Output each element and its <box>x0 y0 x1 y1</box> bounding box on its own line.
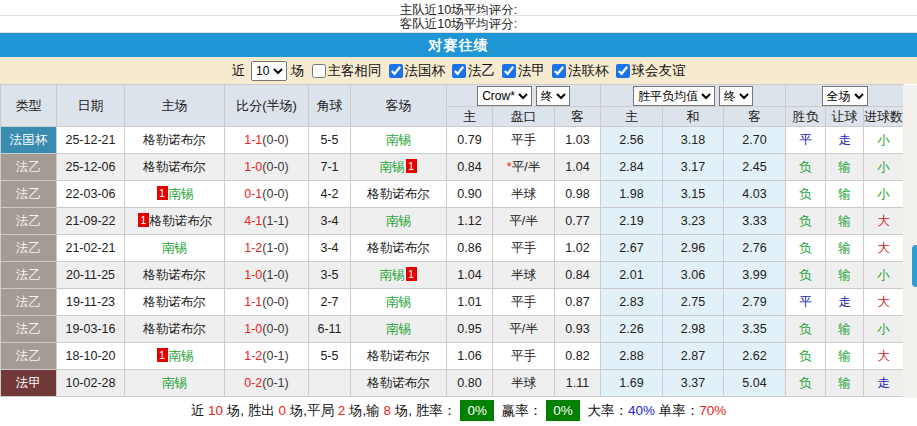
avg-draw-cell: 2.75 <box>663 289 724 316</box>
avg-away-cell: 3.99 <box>724 262 786 289</box>
avg-home-cell: 2.26 <box>601 316 663 343</box>
odds-source-select[interactable]: Crow* <box>477 86 532 106</box>
home-team-cell: 格勒诺布尔 <box>125 127 225 154</box>
table-row: 法乙22-03-061南锡0-1(0-0)4-2格勒诺布尔0.90半球0.981… <box>1 181 904 208</box>
handicap-cell: 平/半 <box>493 208 555 235</box>
odds-home-cell: 1.12 <box>447 208 493 235</box>
match-table-body: 法国杯25-12-21格勒诺布尔1-1(0-0)5-5南锡0.79平手1.032… <box>1 127 904 397</box>
goals-result-cell: 小 <box>864 181 904 208</box>
side-scroll-widget[interactable] <box>912 245 917 287</box>
odds-state-select[interactable]: 终 <box>536 86 570 106</box>
summary-bar: 近 10 场, 胜出 0 场,平局 2 场,输 8 场, 胜率：0% 赢率：0%… <box>0 397 917 425</box>
avg-draw-cell: 3.23 <box>663 208 724 235</box>
team-name: 南锡 <box>380 160 405 174</box>
competition-label: 法国杯 <box>405 62 446 80</box>
corner-cell: 3-5 <box>309 262 351 289</box>
handicap-result-cell: 走 <box>826 289 864 316</box>
goals-result-cell: 大 <box>864 289 904 316</box>
score-cell: 1-2(0-1) <box>225 343 309 370</box>
competition-checkbox-ligue1[interactable] <box>502 64 516 78</box>
competition-label: 法乙 <box>468 62 495 80</box>
avg-type-select[interactable]: 胜平负均值 <box>633 86 715 106</box>
rate-badge: 0% <box>546 400 580 421</box>
avg-draw-cell: 2.96 <box>663 235 724 262</box>
home-team-rating-label: 主队近10场平均评分: <box>0 0 917 16</box>
outcome-cell: 负 <box>786 316 826 343</box>
odds-away-cell: 1.04 <box>555 154 601 181</box>
team-name: 南锡 <box>386 322 411 336</box>
corner-cell: 3-4 <box>309 208 351 235</box>
date-cell: 10-02-28 <box>57 370 125 397</box>
avg-home-cell: 2.19 <box>601 208 663 235</box>
scope-select[interactable]: 全场 <box>822 86 868 106</box>
team-name: 南锡 <box>380 268 405 282</box>
avg-away-cell: 4.03 <box>724 181 786 208</box>
odds-away-cell: 0.87 <box>555 289 601 316</box>
competition-checkbox-ligue2[interactable] <box>452 64 466 78</box>
team-name: 格勒诺布尔 <box>143 160 206 174</box>
table-row: 法乙21-02-21南锡1-2(1-0)3-4格勒诺布尔0.86平手1.022.… <box>1 235 904 262</box>
red-card-badge: 1 <box>157 186 168 200</box>
competition-checkbox-friendly[interactable] <box>616 64 630 78</box>
competition-checkbox-leaguecup[interactable] <box>552 64 566 78</box>
avg-away-cell: 5.04 <box>724 370 786 397</box>
away-team-cell: 格勒诺布尔 <box>351 235 447 262</box>
type-cell: 法乙 <box>1 181 57 208</box>
handicap-cell: 平手 <box>493 343 555 370</box>
col-header-date: 日期 <box>57 85 125 127</box>
table-row: 法乙19-11-23格勒诺布尔1-1(0-0)2-7南锡1.01平手0.872.… <box>1 289 904 316</box>
away-team-cell: 南锡 <box>351 289 447 316</box>
home-team-cell: 南锡 <box>125 370 225 397</box>
match-count-select[interactable]: 10 <box>251 61 287 81</box>
summary-text: 场, 胜率： <box>391 403 456 418</box>
team-name: 格勒诺布尔 <box>367 187 430 201</box>
subcol-odds-away: 客 <box>555 107 601 127</box>
odds-group-header: Crow* 终 <box>447 85 601 107</box>
head-to-head-table: 类型 日期 主场 比分(半场) 角球 客场 Crow* 终 胜平负均值 终 全场 <box>0 84 904 397</box>
outcome-cell: 负 <box>786 370 826 397</box>
home-team-cell: 1南锡 <box>125 343 225 370</box>
avg-state-select[interactable]: 终 <box>719 86 753 106</box>
away-team-rating-label: 客队近10场平均评分: <box>0 16 917 33</box>
team-name: 格勒诺布尔 <box>143 295 206 309</box>
avg-draw-cell: 3.06 <box>663 262 724 289</box>
competition-checkbox-coupe[interactable] <box>389 64 403 78</box>
summary-text: 10 <box>208 403 223 418</box>
summary-text: 40% <box>628 403 655 418</box>
odds-away-cell: 0.98 <box>555 181 601 208</box>
subcol-avg-home: 主 <box>601 107 663 127</box>
odds-home-cell: 1.04 <box>447 262 493 289</box>
col-header-home: 主场 <box>125 85 225 127</box>
date-cell: 21-02-21 <box>57 235 125 262</box>
team-name: 南锡 <box>386 295 411 309</box>
section-title: 对赛往绩 <box>0 33 917 57</box>
summary-text: 8 <box>384 403 392 418</box>
date-cell: 25-12-06 <box>57 154 125 181</box>
same-venue-checkbox[interactable] <box>312 64 326 78</box>
competition-label: 法甲 <box>518 62 545 80</box>
avg-home-cell: 2.67 <box>601 235 663 262</box>
type-cell: 法乙 <box>1 289 57 316</box>
handicap-result-cell: 输 <box>826 181 864 208</box>
red-card-badge: 1 <box>406 159 417 173</box>
avg-away-cell: 3.35 <box>724 316 786 343</box>
matches-label: 场 <box>291 62 305 80</box>
outcome-cell: 平 <box>786 289 826 316</box>
handicap-cell: 半球 <box>493 262 555 289</box>
score-cell: 4-1(1-1) <box>225 208 309 235</box>
team-name: 南锡 <box>386 214 411 228</box>
away-team-cell: 南锡1 <box>351 262 447 289</box>
avg-home-cell: 1.69 <box>601 370 663 397</box>
corner-cell: 4-2 <box>309 181 351 208</box>
corner-cell: 2-7 <box>309 289 351 316</box>
summary-text: 大率： <box>584 403 628 418</box>
avg-home-cell: 2.56 <box>601 127 663 154</box>
red-card-badge: 1 <box>157 348 168 362</box>
subcol-goals: 进球数 <box>864 107 904 127</box>
result-group-header: 全场 <box>786 85 904 107</box>
avg-draw-cell: 2.87 <box>663 343 724 370</box>
subcol-handicap-result: 让球 <box>826 107 864 127</box>
rate-badge: 0% <box>460 400 494 421</box>
corner-cell: 5-5 <box>309 343 351 370</box>
team-name: 格勒诺布尔 <box>143 268 206 282</box>
